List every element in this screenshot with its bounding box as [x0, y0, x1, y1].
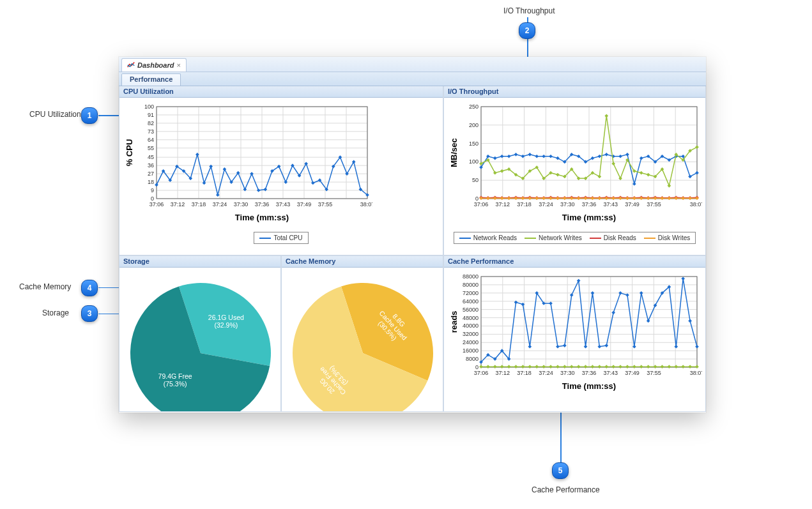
svg-rect-135 — [625, 153, 629, 156]
performance-subtab[interactable]: Performance — [121, 73, 181, 86]
svg-rect-145 — [695, 171, 699, 175]
svg-rect-59 — [243, 188, 247, 192]
io-chart: 05010015020025037:0637:1237:1837:2437:30… — [448, 102, 702, 229]
dashboard-tab[interactable]: Dashboard × — [121, 58, 187, 72]
svg-rect-314 — [577, 279, 581, 283]
cpu-chart: 0918273645556473829110037:0637:1237:1837… — [123, 102, 372, 229]
svg-text:64000: 64000 — [463, 298, 479, 305]
svg-rect-226 — [591, 197, 595, 201]
svg-rect-231 — [625, 197, 629, 201]
svg-rect-315 — [584, 345, 588, 349]
svg-text:36: 36 — [148, 162, 154, 169]
svg-text:64: 64 — [148, 137, 154, 143]
svg-rect-313 — [570, 293, 574, 297]
svg-text:88000: 88000 — [463, 273, 479, 280]
svg-text:38:07: 38:07 — [690, 370, 702, 376]
storage-title: Storage — [119, 256, 280, 268]
svg-rect-224 — [577, 197, 581, 201]
svg-rect-227 — [598, 197, 602, 201]
svg-rect-163 — [598, 175, 602, 179]
svg-rect-322 — [632, 345, 636, 349]
svg-rect-136 — [632, 182, 636, 186]
svg-text:37:18: 37:18 — [192, 201, 206, 208]
svg-rect-141 — [668, 158, 671, 162]
svg-text:reads: reads — [449, 311, 459, 333]
svg-rect-116 — [493, 156, 497, 160]
dashboard-tab-label: Dashboard — [137, 61, 174, 69]
svg-rect-69 — [311, 181, 315, 185]
svg-text:MB/sec: MB/sec — [449, 138, 459, 167]
svg-text:32000: 32000 — [463, 331, 479, 337]
cacheperf-title: Cache Performance — [444, 256, 705, 268]
dashboard-body: CPU Utilization 091827364555647382911003… — [119, 86, 706, 413]
svg-rect-311 — [556, 345, 560, 349]
svg-text:% CPU: % CPU — [125, 139, 134, 167]
svg-text:37:55: 37:55 — [318, 201, 333, 208]
svg-rect-355 — [640, 365, 643, 368]
svg-rect-307 — [528, 345, 532, 349]
svg-text:45: 45 — [148, 154, 154, 160]
svg-text:37:24: 37:24 — [539, 201, 553, 208]
svg-text:26.1G Used: 26.1G Used — [208, 314, 244, 321]
svg-rect-330 — [688, 319, 692, 323]
storage-chart: 26.1G Used(32.9%)79.4G Free(75.3%) — [123, 271, 278, 411]
svg-text:55: 55 — [148, 145, 154, 151]
svg-rect-347 — [584, 365, 588, 368]
cachemem-title: Cache Memory — [282, 256, 443, 268]
svg-rect-360 — [674, 365, 678, 368]
svg-rect-132 — [604, 153, 608, 156]
svg-text:37:49: 37:49 — [625, 370, 640, 376]
svg-rect-344 — [563, 365, 567, 368]
svg-text:72000: 72000 — [463, 290, 479, 296]
io-panel: I/O Throughput 05010015020025037:0637:12… — [443, 86, 706, 255]
svg-rect-341 — [542, 365, 546, 368]
svg-rect-346 — [577, 365, 581, 368]
svg-rect-354 — [632, 365, 636, 368]
svg-rect-222 — [563, 197, 567, 201]
close-tab-icon[interactable]: × — [176, 61, 180, 69]
svg-rect-334 — [493, 365, 497, 368]
svg-rect-149 — [500, 169, 504, 173]
svg-rect-340 — [535, 365, 539, 368]
svg-text:(75.3%): (75.3%) — [164, 380, 187, 388]
svg-rect-236 — [661, 197, 664, 201]
svg-rect-165 — [611, 162, 615, 165]
svg-text:37:30: 37:30 — [560, 201, 575, 208]
svg-rect-345 — [570, 365, 574, 368]
svg-text:38:07: 38:07 — [690, 201, 702, 208]
svg-text:150: 150 — [469, 141, 479, 147]
storage-panel: Storage 26.1G Used(32.9%)79.4G Free(75.3… — [119, 256, 281, 412]
io-legend: Network Reads Network Writes Disk Reads … — [454, 232, 696, 244]
svg-rect-119 — [514, 153, 518, 156]
svg-rect-321 — [625, 293, 629, 297]
svg-text:38:07: 38:07 — [360, 201, 372, 208]
subtab-bar: Performance — [119, 72, 706, 86]
svg-rect-343 — [556, 365, 560, 368]
legend-network-reads: Network Reads — [473, 234, 517, 241]
cpu-title: CPU Utilization — [119, 86, 443, 98]
svg-rect-170 — [647, 173, 650, 177]
svg-text:37:24: 37:24 — [213, 201, 227, 208]
svg-rect-232 — [632, 197, 636, 201]
svg-rect-169 — [640, 171, 643, 175]
svg-text:8000: 8000 — [466, 356, 479, 362]
svg-rect-221 — [556, 197, 560, 201]
svg-text:100: 100 — [144, 103, 154, 110]
svg-text:37:24: 37:24 — [539, 370, 553, 376]
svg-rect-218 — [535, 197, 539, 201]
svg-text:37:12: 37:12 — [496, 370, 510, 376]
svg-text:37:49: 37:49 — [625, 201, 640, 208]
svg-text:Time (mm:ss): Time (mm:ss) — [562, 213, 616, 222]
svg-text:79.4G Free: 79.4G Free — [158, 372, 192, 380]
svg-rect-157 — [556, 173, 560, 177]
svg-text:37:18: 37:18 — [517, 370, 532, 376]
cacheperf-chart: 0800016000240003200040000480005600064000… — [448, 271, 702, 398]
svg-text:40000: 40000 — [463, 323, 479, 329]
svg-text:Time (mm:ss): Time (mm:ss) — [235, 213, 289, 222]
svg-rect-361 — [681, 365, 685, 368]
svg-rect-53 — [203, 181, 206, 185]
svg-text:9: 9 — [151, 187, 154, 194]
svg-rect-62 — [263, 188, 267, 192]
svg-text:80000: 80000 — [463, 282, 479, 288]
svg-rect-339 — [528, 365, 532, 368]
